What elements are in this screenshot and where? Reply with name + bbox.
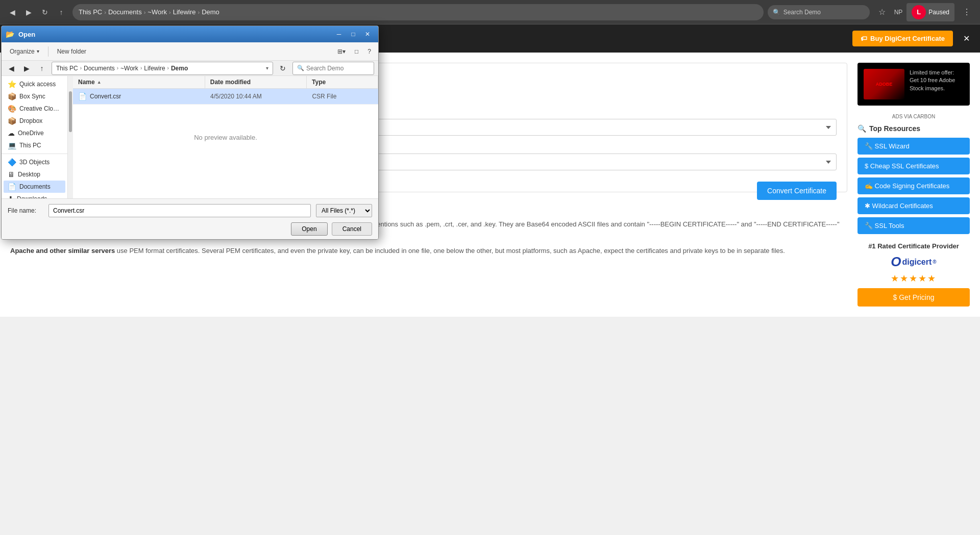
sidebar-label: Documents [19, 183, 61, 190]
dialog-maximize-button[interactable]: □ [347, 29, 360, 39]
dialog-toolbar: Organize ▾ New folder ⊞▾ □ ? [2, 42, 378, 61]
browser-toolbar: ◀ ▶ ↻ ↑ This PC › Documents › ~Work › Li… [0, 0, 980, 24]
dialog-close-button[interactable]: ✕ [361, 29, 374, 39]
search-bar[interactable]: 🔍 Search Demo [768, 5, 870, 19]
dialog-titlebar: 📂 Open ─ □ ✕ [2, 26, 378, 42]
layout-button[interactable]: □ [352, 46, 361, 57]
filename-label: File name: [8, 207, 43, 214]
dialog-sidebar: ⭐ Quick access📦 Box Sync🎨 Creative Cloud… [2, 76, 68, 198]
sidebar-item-onedrive[interactable]: ☁ OneDrive [4, 127, 65, 139]
sidebar-scrollbar[interactable] [68, 76, 73, 198]
help-button[interactable]: ? [364, 46, 374, 57]
sidebar-label: 3D Objects [19, 159, 61, 166]
forward-button[interactable]: ▶ [21, 5, 36, 19]
col-date-header[interactable]: Date modified [205, 76, 307, 88]
filename-input[interactable] [48, 204, 311, 217]
sidebar-icon: 📦 [8, 92, 16, 100]
dialog-minimize-button[interactable]: ─ [332, 29, 346, 39]
file-type: CSR File [307, 91, 378, 101]
bookmark-button[interactable]: ☆ [874, 4, 890, 20]
table-row[interactable]: 📄 Convert.csr 4/5/2020 10:44 AM CSR File [73, 89, 378, 105]
sort-arrow-icon: ▲ [97, 80, 102, 85]
sidebar-item-quickaccess[interactable]: ⭐ Quick access [4, 78, 65, 90]
sidebar-icon: 🔷 [8, 158, 16, 166]
sidebar-icon: 🖥 [8, 170, 15, 179]
dialog-forward-button[interactable]: ▶ [21, 63, 32, 74]
view-options-button[interactable]: ⊞▾ [334, 46, 349, 57]
col-type-header[interactable]: Type [307, 76, 378, 88]
up-button[interactable]: ↑ [54, 5, 68, 19]
dialog-footer: File name: All Files (*.*) Open Cancel [2, 198, 378, 239]
dialog-address-bar-row: ◀ ▶ ↑ This PC › Documents › ~Work › Life… [2, 61, 378, 76]
dialog-back-button[interactable]: ◀ [6, 63, 17, 74]
sidebar-item-documents[interactable]: 📄 Documents [4, 181, 65, 193]
file-name: Convert.csr [90, 93, 121, 100]
sidebar-label: This PC [19, 142, 61, 149]
dialog-breadcrumb[interactable]: This PC › Documents › ~Work › Lifewire ›… [52, 62, 273, 75]
file-date: 4/5/2020 10:44 AM [205, 91, 307, 101]
sidebar-item-thispc[interactable]: 💻 This PC [4, 139, 65, 151]
dialog-search-box[interactable]: 🔍 [292, 62, 374, 75]
file-list-header: Name ▲ Date modified Type [73, 76, 378, 89]
dialog-title: 📂 Open [6, 30, 35, 38]
sidebar-label: Box Sync [19, 93, 61, 100]
refresh-button[interactable]: ↻ [38, 5, 52, 19]
sidebar-icon: ⭐ [8, 80, 16, 88]
breadcrumb: This PC › Documents › ~Work › Lifewire ›… [79, 8, 219, 16]
sidebar-item-boxsync[interactable]: 📦 Box Sync [4, 90, 65, 103]
sidebar-label: Desktop [18, 171, 61, 178]
dialog-body: ⭐ Quick access📦 Box Sync🎨 Creative Cloud… [2, 76, 378, 198]
nav-buttons: ◀ ▶ ↻ ↑ [5, 5, 68, 19]
file-icon: 📄 [78, 92, 87, 100]
paused-badge: L Paused [906, 3, 954, 21]
sidebar-label: OneDrive [18, 130, 61, 137]
sidebar-item-dropbox[interactable]: 📦 Dropbox [4, 115, 65, 127]
dialog-file-list[interactable]: Name ▲ Date modified Type [73, 76, 378, 198]
browser-window: ◀ ▶ ↻ ↑ This PC › Documents › ~Work › Li… [0, 0, 980, 535]
search-icon: 🔍 [773, 9, 780, 16]
footer-filename-row: File name: All Files (*.*) [8, 204, 372, 217]
no-preview-text: No preview available. [194, 134, 257, 141]
address-bar[interactable]: This PC › Documents › ~Work › Lifewire ›… [72, 4, 764, 20]
sidebar-item-creativecloudfi[interactable]: 🎨 Creative Cloud Fi [4, 103, 65, 115]
user-initials-label: NP [894, 9, 903, 16]
dialog-search-icon: 🔍 [297, 65, 304, 71]
new-folder-button[interactable]: New folder [53, 46, 90, 57]
sidebar-icon: ⬇ [8, 195, 14, 198]
sidebar-item-downloads[interactable]: ⬇ Downloads [4, 193, 65, 198]
sidebar-label: Creative Cloud Fi [19, 105, 61, 112]
toolbar-separator [48, 46, 48, 57]
sidebar-divider [2, 154, 67, 154]
browser-content: 🏷 Buy DigiCert Certificate ✕ Certificate… [0, 24, 980, 535]
dialog-search-input[interactable] [306, 65, 370, 72]
col-name-header[interactable]: Name ▲ [73, 76, 205, 88]
dialog-controls: ─ □ ✕ [332, 29, 374, 39]
sidebar-icon: 📄 [8, 183, 16, 191]
search-text: Search Demo [783, 9, 821, 16]
dialog-up-button[interactable]: ↑ [36, 63, 47, 74]
dialog-overlay: 📂 Open ─ □ ✕ Organize ▾ [0, 24, 980, 535]
sidebar-item-desktop[interactable]: 🖥 Desktop [4, 168, 65, 181]
organize-button[interactable]: Organize ▾ [6, 46, 43, 57]
filetype-select[interactable]: All Files (*.*) [316, 204, 372, 217]
avatar: L [912, 5, 926, 19]
open-button[interactable]: Open [291, 222, 327, 236]
sidebar-icon: 💻 [8, 141, 16, 149]
footer-buttons-row: Open Cancel [8, 222, 372, 236]
file-open-dialog: 📂 Open ─ □ ✕ Organize ▾ [1, 26, 379, 240]
sidebar-icon: ☁ [8, 129, 15, 137]
sidebar-label: Quick access [19, 81, 61, 88]
organize-arrow-icon: ▾ [37, 48, 39, 54]
sidebar-label: Dropbox [19, 117, 61, 124]
back-button[interactable]: ◀ [5, 5, 19, 19]
sidebar-item-3dobjects[interactable]: 🔷 3D Objects [4, 156, 65, 168]
scroll-thumb [69, 91, 72, 132]
dialog-refresh-button[interactable]: ↻ [277, 63, 288, 74]
bc-this-pc: This PC [56, 65, 78, 72]
sidebar-icon: 🎨 [8, 105, 16, 113]
folder-icon: 📂 [6, 30, 14, 38]
sidebar-icon: 📦 [8, 117, 16, 125]
cancel-button[interactable]: Cancel [332, 222, 372, 236]
menu-button[interactable]: ⋮ [959, 4, 975, 20]
